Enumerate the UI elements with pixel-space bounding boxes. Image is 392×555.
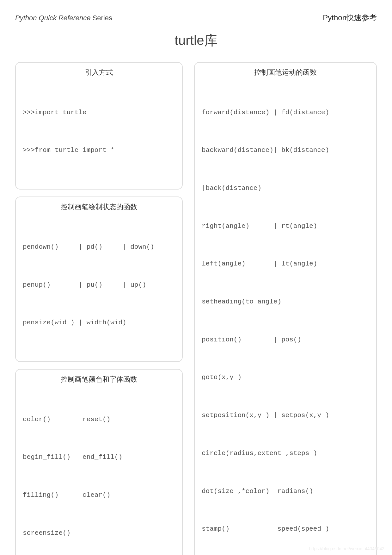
code-line: |back(distance): [202, 182, 369, 195]
code-line: >>>import turtle: [23, 106, 175, 119]
box-motion: 控制画笔运动的函数 forward(distance) | fd(distanc…: [194, 62, 377, 555]
code-line: pensize(wid ) | width(wid): [23, 316, 175, 329]
box-motion-title: 控制画笔运动的函数: [202, 68, 369, 77]
code-line: pendown() | pd() | down(): [23, 241, 175, 253]
code-line: stamp() speed(speed ): [202, 523, 369, 535]
code-line: right(angle) | rt(angle): [202, 220, 369, 233]
code-line: setheading(to_angle): [202, 296, 369, 308]
code-line: setposition(x,y ) | setpos(x,y ): [202, 409, 369, 422]
code-line: goto(x,y ): [202, 371, 369, 384]
header-left-plain: Series: [90, 14, 112, 22]
page-title: turtle库: [15, 32, 377, 49]
code-line: >>>from turtle import *: [23, 144, 175, 157]
box-motion-body: forward(distance) | fd(distance) backwar…: [202, 81, 369, 555]
box-penstate-body: pendown() | pd() | down() penup() | pu()…: [23, 215, 175, 354]
code-line: position() | pos(): [202, 334, 369, 346]
code-line: filling() clear(): [23, 489, 175, 502]
box-color: 控制画笔颜色和字体函数 color() reset() begin_fill()…: [15, 369, 183, 555]
code-line: color() reset(): [23, 413, 175, 426]
box-import-body: >>>import turtle >>>from turtle import *: [23, 81, 175, 182]
code-line: circle(radius,extent ,steps ): [202, 447, 369, 460]
code-line: penup() | pu() | up(): [23, 279, 175, 291]
code-line: backward(distance)| bk(distance): [202, 144, 369, 157]
box-penstate: 控制画笔绘制状态的函数 pendown() | pd() | down() pe…: [15, 196, 183, 362]
box-color-title: 控制画笔颜色和字体函数: [23, 375, 175, 384]
header-left-italic: Python Quick Reference: [15, 14, 90, 22]
code-line: begin_fill() end_fill(): [23, 451, 175, 464]
code-line: forward(distance) | fd(distance): [202, 106, 369, 119]
box-import-title: 引入方式: [23, 68, 175, 77]
watermark: https://blog.csdn.net/weixin_44046042: [309, 546, 384, 551]
code-line: screensize(): [23, 527, 175, 539]
page-header: Python Quick Reference Series Python快速参考: [15, 13, 377, 23]
box-color-body: color() reset() begin_fill() end_fill() …: [23, 388, 175, 555]
header-right: Python快速参考: [323, 13, 377, 23]
code-line: left(angle) | lt(angle): [202, 258, 369, 270]
box-import: 引入方式 >>>import turtle >>>from turtle imp…: [15, 62, 183, 190]
code-line: dot(size ,*color) radians(): [202, 485, 369, 498]
header-left: Python Quick Reference Series: [15, 14, 112, 22]
box-penstate-title: 控制画笔绘制状态的函数: [23, 202, 175, 212]
